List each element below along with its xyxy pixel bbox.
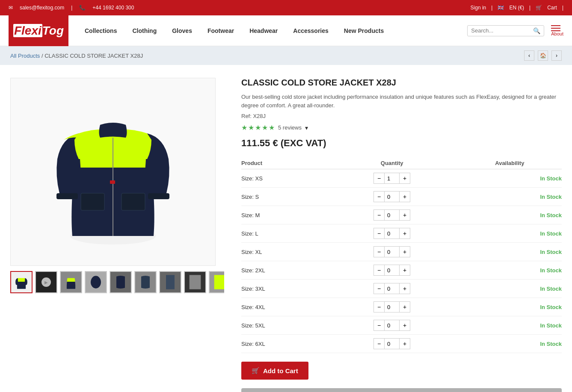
- qty-input-7[interactable]: [385, 301, 399, 312]
- qty-decrease-5[interactable]: −: [373, 265, 385, 276]
- qty-input-6[interactable]: [385, 283, 399, 294]
- lang-selector[interactable]: EN (€): [509, 5, 524, 11]
- thumbnail-1[interactable]: [10, 271, 33, 293]
- search-box[interactable]: 🔍: [467, 25, 544, 36]
- qty-decrease-7[interactable]: −: [373, 301, 385, 312]
- thumbnail-4[interactable]: [85, 271, 107, 293]
- add-to-cart-button[interactable]: 🛒 Add to Cart: [241, 362, 308, 380]
- availability-cell: In Stock: [458, 224, 562, 243]
- in-stock-badge: In Stock: [540, 249, 562, 255]
- in-stock-badge: In Stock: [540, 175, 562, 182]
- thumbnail-7[interactable]: [159, 271, 181, 293]
- nav-new-products[interactable]: New Products: [336, 15, 391, 46]
- quantity-cell: − +: [326, 188, 458, 206]
- col-availability: Availability: [458, 157, 562, 169]
- breadcrumb-prev[interactable]: ‹: [524, 50, 534, 61]
- col-quantity: Quantity: [326, 157, 458, 169]
- price: 111.55 € (EXC VAT): [241, 138, 562, 149]
- qty-decrease-9[interactable]: −: [373, 338, 385, 349]
- add-to-cart-label: Add to Cart: [263, 367, 298, 374]
- customise-banner[interactable]: → CUSTOMISE THIS PRODUCT Add your compan…: [241, 388, 562, 392]
- in-stock-badge: In Stock: [540, 322, 562, 329]
- qty-increase-3[interactable]: +: [399, 228, 410, 239]
- breadcrumb-home[interactable]: 🏠: [538, 50, 548, 61]
- table-row: Size: 2XL − + In Stock: [241, 261, 562, 280]
- qty-decrease-3[interactable]: −: [373, 228, 385, 239]
- nav-gloves[interactable]: Gloves: [164, 15, 200, 46]
- thumbnail-6[interactable]: [134, 271, 157, 293]
- nav-clothing[interactable]: Clothing: [124, 15, 164, 46]
- table-row: Size: M − + In Stock: [241, 206, 562, 224]
- phone-link[interactable]: +44 1692 400 300: [92, 5, 134, 11]
- thumbnail-2[interactable]: ▶: [35, 271, 57, 293]
- phone-icon: 📞: [79, 5, 86, 11]
- size-label: Size: 3XL: [241, 280, 326, 298]
- search-icon[interactable]: 🔍: [533, 27, 540, 34]
- qty-increase-4[interactable]: +: [399, 246, 410, 257]
- email-icon: ✉: [9, 5, 13, 11]
- breadcrumb-all-products[interactable]: All Products: [10, 53, 40, 59]
- quantity-cell: − +: [326, 243, 458, 261]
- qty-input-0[interactable]: [385, 173, 399, 184]
- cart-icon: 🛒: [252, 367, 260, 374]
- qty-input-2[interactable]: [385, 209, 399, 221]
- header: FlexiTog Collections Clothing Gloves Foo…: [0, 15, 572, 46]
- reviews-link[interactable]: 5 reviews: [278, 124, 302, 131]
- thumbnail-5[interactable]: [110, 271, 132, 293]
- breadcrumb-bar: All Products / CLASSIC COLD STORE JACKET…: [0, 46, 572, 65]
- nav-headwear[interactable]: Headwear: [242, 15, 285, 46]
- qty-input-3[interactable]: [385, 228, 399, 239]
- size-label: Size: 4XL: [241, 298, 326, 316]
- top-bar-left: ✉ sales@flexitog.com | 📞 +44 1692 400 30…: [9, 5, 134, 11]
- qty-increase-0[interactable]: +: [399, 173, 410, 184]
- qty-increase-2[interactable]: +: [399, 209, 410, 221]
- qty-decrease-6[interactable]: −: [373, 283, 385, 294]
- nav-footwear[interactable]: Footwear: [200, 15, 242, 46]
- availability-cell: In Stock: [458, 298, 562, 316]
- search-input[interactable]: [471, 27, 533, 34]
- qty-input-8[interactable]: [385, 320, 399, 331]
- thumbnail-9[interactable]: [209, 271, 224, 293]
- in-stock-badge: In Stock: [540, 286, 562, 292]
- stars-row: ★ ★ ★ ★ ★ 5 reviews ▾: [241, 124, 562, 132]
- table-row: Size: S − + In Stock: [241, 188, 562, 206]
- qty-increase-7[interactable]: +: [399, 301, 410, 312]
- qty-decrease-1[interactable]: −: [373, 191, 385, 202]
- header-right: 🔍 About: [467, 25, 563, 36]
- qty-decrease-2[interactable]: −: [373, 209, 385, 221]
- hamburger-icon[interactable]: [551, 25, 563, 31]
- availability-cell: In Stock: [458, 188, 562, 206]
- logo[interactable]: FlexiTog: [9, 15, 68, 46]
- hamburger-about[interactable]: About: [551, 25, 563, 36]
- top-bar: ✉ sales@flexitog.com | 📞 +44 1692 400 30…: [0, 0, 572, 15]
- logo-text: FlexiTog: [13, 24, 64, 38]
- nav-collections[interactable]: Collections: [77, 15, 124, 46]
- thumbnail-8[interactable]: [184, 271, 206, 293]
- signin-link[interactable]: Sign in: [471, 5, 486, 11]
- qty-input-1[interactable]: [385, 191, 399, 202]
- qty-input-9[interactable]: [385, 338, 399, 349]
- qty-increase-5[interactable]: +: [399, 265, 410, 276]
- qty-input-4[interactable]: [385, 246, 399, 257]
- nav-accessories[interactable]: Accessories: [285, 15, 336, 46]
- qty-increase-1[interactable]: +: [399, 191, 410, 202]
- quantity-cell: − +: [326, 206, 458, 224]
- svg-rect-2: [81, 193, 104, 210]
- email-link[interactable]: sales@flexitog.com: [20, 5, 64, 11]
- size-label: Size: 2XL: [241, 261, 326, 280]
- breadcrumb-next[interactable]: ›: [551, 50, 562, 61]
- qty-decrease-0[interactable]: −: [373, 173, 385, 184]
- col-product: Product: [241, 157, 326, 169]
- qty-increase-8[interactable]: +: [399, 320, 410, 331]
- svg-rect-6: [148, 193, 169, 199]
- size-label: Size: L: [241, 224, 326, 243]
- cart-link[interactable]: Cart: [547, 5, 557, 11]
- qty-decrease-4[interactable]: −: [373, 246, 385, 257]
- thumbnail-3[interactable]: [60, 271, 82, 293]
- size-label: Size: M: [241, 206, 326, 224]
- breadcrumb: All Products / CLASSIC COLD STORE JACKET…: [10, 53, 143, 59]
- qty-decrease-8[interactable]: −: [373, 320, 385, 331]
- qty-increase-6[interactable]: +: [399, 283, 410, 294]
- qty-increase-9[interactable]: +: [399, 338, 410, 349]
- qty-input-5[interactable]: [385, 265, 399, 276]
